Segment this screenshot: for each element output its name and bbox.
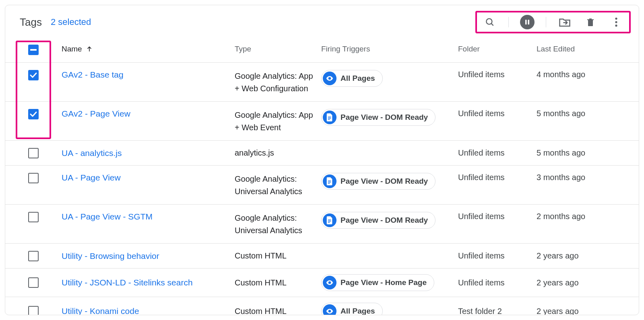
svg-rect-17 (328, 221, 331, 222)
toolbar (475, 11, 631, 33)
sort-asc-icon (86, 46, 93, 52)
svg-rect-7 (30, 49, 37, 51)
pause-button[interactable] (520, 15, 535, 29)
row-checkbox[interactable] (28, 306, 39, 315)
more-button[interactable] (609, 15, 623, 29)
tag-name-link[interactable]: UA - Page View - SGTM (62, 212, 153, 221)
table-row[interactable]: Utility - Konami codeCustom HTML All Pag… (5, 297, 639, 315)
row-checkbox[interactable] (28, 173, 39, 183)
last-edited-cell: 2 years ago (537, 307, 637, 316)
tag-name-link[interactable]: Utility - Browsing behavior (62, 251, 159, 261)
svg-point-4 (615, 18, 617, 20)
delete-button[interactable] (583, 15, 598, 29)
trigger-chip[interactable]: Page View - Home Page (321, 274, 434, 291)
tag-name-link[interactable]: GAv2 - Page View (62, 109, 130, 118)
tag-type: Google Analytics: Universal Analytics (235, 173, 321, 198)
last-edited-cell: 4 months ago (537, 70, 637, 79)
col-edited[interactable]: Last Edited (537, 45, 637, 53)
col-name[interactable]: Name (62, 45, 235, 53)
tag-name-link[interactable]: GAv2 - Base tag (62, 70, 124, 79)
table-row[interactable]: UA - analytics.jsanalytics.jsUnfiled ite… (5, 141, 639, 166)
last-edited-cell: 5 months ago (537, 148, 637, 158)
tag-type: Custom HTML (235, 250, 321, 262)
last-edited-cell: 3 months ago (537, 173, 637, 182)
trigger-cell: Page View - Home Page (321, 274, 458, 291)
col-triggers[interactable]: Firing Triggers (321, 45, 458, 53)
svg-rect-2 (525, 20, 527, 25)
toolbar-divider (508, 17, 509, 27)
table-row[interactable]: GAv2 - Base tagGoogle Analytics: App + W… (5, 63, 639, 102)
folder-cell: Unfiled items (458, 212, 537, 221)
header: Tags 2 selected (5, 5, 639, 39)
pause-icon (520, 15, 535, 29)
row-checkbox[interactable] (28, 148, 39, 158)
pageview-icon (323, 276, 336, 289)
trigger-chip[interactable]: Page View - DOM Ready (321, 212, 436, 229)
trash-icon (586, 17, 595, 27)
tag-type: Google Analytics: Universal Analytics (235, 212, 321, 237)
svg-point-19 (329, 282, 330, 283)
svg-line-1 (491, 23, 493, 25)
svg-rect-3 (528, 20, 530, 25)
col-name-label: Name (62, 45, 82, 53)
trigger-cell: All Pages (321, 70, 458, 87)
folder-cell: Unfiled items (458, 278, 537, 287)
dom-ready-icon (323, 174, 336, 188)
tag-name-link[interactable]: Utility - JSON-LD - Sitelinks search (62, 278, 193, 287)
table-row[interactable]: UA - Page View - SGTMGoogle Analytics: U… (5, 205, 639, 244)
svg-rect-11 (328, 118, 331, 119)
select-all-checkbox[interactable] (28, 45, 39, 55)
folder-cell: Unfiled items (458, 148, 537, 158)
svg-rect-15 (328, 183, 330, 184)
col-folder[interactable]: Folder (458, 45, 537, 53)
trigger-label: Page View - DOM Ready (341, 113, 428, 122)
table-row[interactable]: Utility - JSON-LD - Sitelinks searchCust… (5, 269, 639, 297)
table-row[interactable]: Utility - Browsing behaviorCustom HTMLUn… (5, 244, 639, 269)
trigger-label: Page View - Home Page (341, 278, 427, 287)
search-icon (485, 17, 495, 27)
pageview-icon (323, 72, 336, 85)
tag-name-link[interactable]: UA - Page View (62, 173, 121, 182)
row-checkbox[interactable] (28, 70, 39, 80)
row-checkbox[interactable] (28, 277, 39, 288)
svg-point-6 (615, 25, 617, 27)
folder-cell: Unfiled items (458, 70, 537, 79)
row-checkbox[interactable] (28, 109, 39, 119)
toolbar-divider (546, 17, 546, 27)
trigger-chip[interactable]: Page View - DOM Ready (321, 109, 436, 126)
row-checkbox[interactable] (28, 251, 39, 261)
table-row[interactable]: UA - Page ViewGoogle Analytics: Universa… (5, 166, 639, 205)
pageview-icon (323, 304, 336, 315)
move-to-folder-button[interactable] (557, 15, 572, 29)
last-edited-cell: 2 years ago (537, 251, 637, 261)
col-type[interactable]: Type (235, 45, 321, 53)
trigger-cell: Page View - DOM Ready (321, 109, 458, 126)
last-edited-cell: 5 months ago (537, 109, 637, 118)
dom-ready-icon (323, 213, 336, 227)
tag-name-link[interactable]: Utility - Konami code (62, 306, 139, 315)
svg-point-20 (329, 310, 330, 312)
svg-rect-13 (328, 181, 331, 181)
trigger-cell: All Pages (321, 303, 458, 315)
tags-table: Name Type Firing Triggers Folder Last Ed… (5, 39, 639, 315)
selection-count[interactable]: 2 selected (51, 17, 91, 27)
more-vert-icon (615, 17, 618, 27)
trigger-cell: Page View - DOM Ready (321, 173, 458, 190)
table-row[interactable]: GAv2 - Page ViewGoogle Analytics: App + … (5, 102, 639, 141)
folder-cell: Unfiled items (458, 109, 537, 118)
svg-rect-10 (328, 117, 331, 117)
tag-type: Custom HTML (235, 277, 321, 289)
trigger-chip[interactable]: All Pages (321, 70, 383, 87)
trigger-label: All Pages (341, 74, 375, 83)
svg-rect-12 (328, 119, 330, 120)
row-checkbox[interactable] (28, 212, 39, 222)
svg-point-9 (329, 78, 330, 79)
trigger-label: Page View - DOM Ready (341, 216, 428, 225)
tag-type: Google Analytics: App + Web Event (235, 109, 321, 134)
search-button[interactable] (483, 15, 497, 29)
svg-point-5 (615, 21, 617, 23)
trigger-chip[interactable]: Page View - DOM Ready (321, 173, 436, 190)
tag-name-link[interactable]: UA - analytics.js (62, 148, 122, 158)
table-header: Name Type Firing Triggers Folder Last Ed… (5, 39, 639, 63)
trigger-chip[interactable]: All Pages (321, 303, 383, 315)
